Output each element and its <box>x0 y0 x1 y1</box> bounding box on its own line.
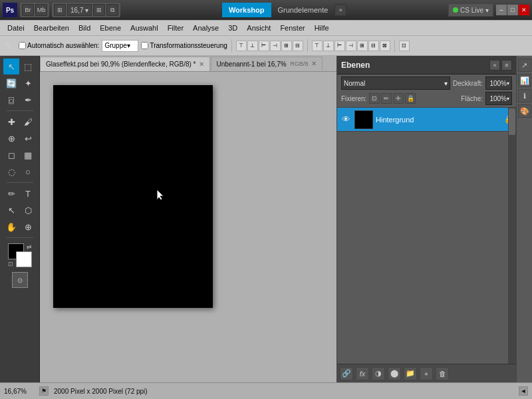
menu-datei[interactable]: Datei <box>3 23 29 33</box>
lock-position-icon[interactable]: ✛ <box>393 93 404 104</box>
align-right-icon[interactable]: ⊟ <box>293 41 303 51</box>
dist-hcenter-icon[interactable]: ⊞ <box>357 41 368 51</box>
minimize-btn[interactable]: – <box>496 5 507 15</box>
screen-mode-btn[interactable]: ⊞ <box>93 4 105 16</box>
menu-bild[interactable]: Bild <box>74 23 95 33</box>
layer-visibility-icon[interactable]: 👁 <box>340 114 352 126</box>
new-layer-btn[interactable]: + <box>420 367 433 380</box>
background-color[interactable] <box>16 251 32 267</box>
text-tool[interactable]: T <box>20 186 36 201</box>
lock-pixels-icon[interactable]: ✏ <box>381 93 392 104</box>
switch-colors-icon[interactable]: ⇄ <box>27 243 32 250</box>
add-style-btn[interactable]: fx <box>356 367 369 380</box>
tab-glaseffekt-close[interactable]: ✕ <box>199 61 204 68</box>
menu-ebene[interactable]: Ebene <box>95 23 126 33</box>
workshop-button[interactable]: Workshop <box>222 3 271 17</box>
dist-bottom-icon[interactable]: ⊢ <box>334 41 345 51</box>
auto-select-checkbox[interactable]: Automatisch auswählen: <box>19 42 99 49</box>
tab-unbenannt-close[interactable]: ✕ <box>311 61 317 67</box>
path-select-tool[interactable]: ↖ <box>3 202 19 218</box>
blur-tool[interactable]: ◌ <box>3 164 19 180</box>
add-mask-btn[interactable]: ◑ <box>372 367 385 380</box>
hand-tool[interactable]: ✋ <box>3 219 19 235</box>
group-dropdown[interactable]: Gruppe ▾ <box>102 40 138 52</box>
ps-logo: Ps <box>3 3 17 17</box>
layers-scrollbar[interactable] <box>508 108 516 364</box>
dist-left-icon[interactable]: ⊣ <box>346 41 356 51</box>
menu-hilfe[interactable]: Hilfe <box>310 23 334 33</box>
transform-checkbox[interactable]: Transformationssteuerung <box>141 42 227 49</box>
brush-tool[interactable]: 🖌 <box>20 114 36 130</box>
opacity-input[interactable]: 100% ▾ <box>485 76 512 90</box>
eraser-tool[interactable]: ◻ <box>3 147 19 163</box>
tab-glaseffekt[interactable]: Glaseffekt.psd bei 90,9% (Blendenflecke,… <box>40 57 210 71</box>
dist-top-icon[interactable]: ⊤ <box>312 41 323 51</box>
menu-bearbeiten[interactable]: Bearbeiten <box>29 23 74 33</box>
layer-item-hintergrund[interactable]: 👁 Hintergrund 🔒 <box>337 108 516 132</box>
rsb-histogram-btn[interactable]: 📊 <box>518 74 531 87</box>
eyedropper-tool[interactable]: ✒ <box>20 92 36 108</box>
minibr-btn[interactable]: Mb <box>35 4 47 16</box>
healing-tool[interactable]: ✚ <box>3 114 19 130</box>
menu-fenster[interactable]: Fenster <box>275 23 309 33</box>
bridge-btn[interactable]: Br <box>22 4 34 16</box>
panel-menu-btn[interactable]: ≡ <box>501 60 512 70</box>
tab-unbenannt[interactable]: Unbenannt-1 bei 16,7% RGB/8 ✕ <box>211 57 323 71</box>
zoom-dropdown[interactable]: 16,7 ▾ <box>67 4 92 16</box>
lasso-tool[interactable]: 🔄 <box>3 75 19 91</box>
move-tool[interactable]: ↖ <box>3 59 19 74</box>
layer-mode-dropdown[interactable]: Normal ▾ <box>341 76 450 90</box>
menu-analyse[interactable]: Analyse <box>188 23 223 33</box>
flache-input[interactable]: 100% ▾ <box>485 92 512 105</box>
add-group-btn[interactable]: 📁 <box>404 367 417 380</box>
move-tool-icon[interactable] <box>3 39 16 53</box>
panel-expand-btn[interactable]: « <box>489 60 500 70</box>
default-colors-icon[interactable]: ⊡ <box>8 261 13 267</box>
close-btn[interactable]: ✕ <box>519 5 529 15</box>
quick-mask-btn[interactable]: ⊙ <box>12 272 28 288</box>
history-brush-tool[interactable]: ↩ <box>20 130 36 146</box>
add-adjustment-btn[interactable]: ⬤ <box>388 367 401 380</box>
align-top-icon[interactable]: ⊤ <box>236 41 247 51</box>
menu-auswahl[interactable]: Auswahl <box>126 23 163 33</box>
status-flag-icon[interactable]: ⚑ <box>39 386 49 396</box>
dist-right-icon[interactable]: ⊟ <box>368 41 379 51</box>
pen-tool[interactable]: ✏ <box>3 186 19 201</box>
canvas-scroll[interactable] <box>40 72 336 382</box>
crop-tool[interactable]: ⌼ <box>3 92 19 108</box>
expand-workspaces-btn[interactable]: » <box>334 4 346 16</box>
shape-tool[interactable]: ⬡ <box>20 202 36 218</box>
align-vcenter-icon[interactable]: ⊥ <box>247 41 258 51</box>
opacity-stepper: ▾ <box>507 80 509 86</box>
gradient-tool[interactable]: ▦ <box>20 147 36 163</box>
arrange-btn[interactable]: ⧉ <box>106 4 118 16</box>
menu-ansicht[interactable]: Ansicht <box>242 23 275 33</box>
lock-transparent-icon[interactable]: ⊡ <box>369 93 380 104</box>
clone-tool[interactable]: ⊕ <box>3 130 19 146</box>
magic-select-tool[interactable]: ✦ <box>20 75 36 91</box>
cslive-btn[interactable]: CS Live ▾ <box>448 3 493 17</box>
layout-icon[interactable]: ⊞ <box>54 4 66 16</box>
select-tool[interactable]: ⬚ <box>20 59 36 74</box>
lock-all-icon[interactable]: 🔒 <box>405 93 416 104</box>
rsb-arrow-btn[interactable]: ↗ <box>518 59 531 72</box>
dodge-tool[interactable]: ○ <box>20 164 36 180</box>
status-prev-btn[interactable]: ◄ <box>519 386 528 396</box>
dist-extra-icon[interactable]: ⊠ <box>380 41 390 51</box>
rsb-info-btn[interactable]: ℹ <box>518 89 531 102</box>
auto-align-icon[interactable]: ⊡ <box>399 41 410 51</box>
link-layers-btn[interactable]: 🔗 <box>340 367 353 380</box>
menu-filter[interactable]: Filter <box>163 23 188 33</box>
rsb-color-btn[interactable]: 🎨 <box>518 104 531 118</box>
zoom-tool[interactable]: ⊕ <box>20 219 36 235</box>
menu-3d[interactable]: 3D <box>223 23 242 33</box>
auto-select-input[interactable] <box>19 42 26 49</box>
transform-input[interactable] <box>141 42 148 49</box>
dist-vcenter-icon[interactable]: ⊥ <box>323 41 334 51</box>
align-left-icon[interactable]: ⊣ <box>270 41 281 51</box>
maximize-btn[interactable]: □ <box>507 5 518 15</box>
align-hcenter-icon[interactable]: ⊞ <box>281 41 292 51</box>
scrollbar-thumb[interactable] <box>509 108 515 135</box>
align-bottom-icon[interactable]: ⊢ <box>259 41 269 51</box>
delete-layer-btn[interactable]: 🗑 <box>436 367 449 380</box>
